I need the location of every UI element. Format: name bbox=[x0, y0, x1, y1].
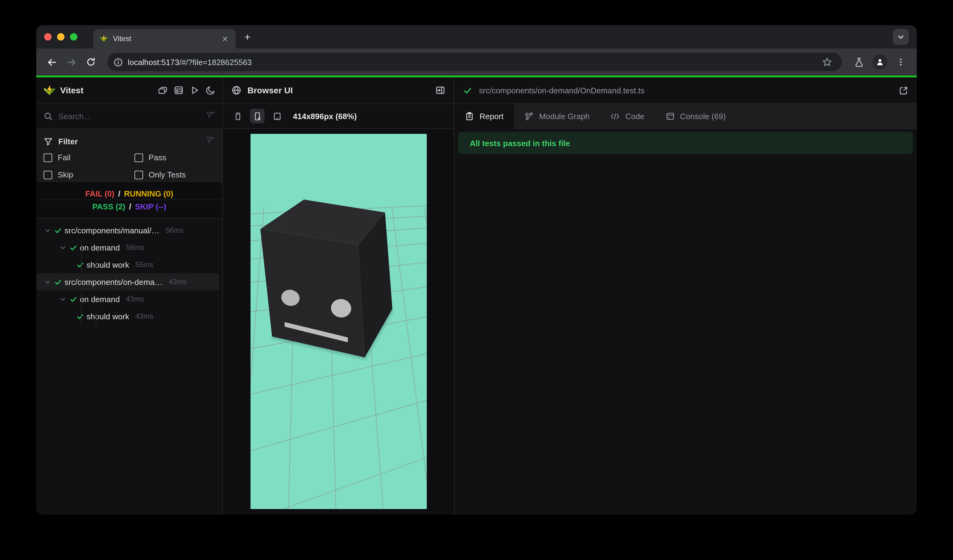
browser-ui-header: Browser UI bbox=[223, 78, 454, 104]
zoom-window-button[interactable] bbox=[70, 33, 78, 40]
back-arrow-icon bbox=[47, 57, 57, 67]
running-count: RUNNING (0) bbox=[124, 189, 173, 198]
tree-row-file-selected[interactable]: src/components/on-dema… 43ms bbox=[36, 273, 219, 290]
open-external-button[interactable] bbox=[899, 86, 908, 95]
tree-row-test[interactable]: should work 43ms bbox=[36, 308, 219, 325]
filter-fail-checkbox[interactable]: Fail bbox=[43, 151, 135, 164]
report-tabs: Report Module Graph Code Console (69) bbox=[455, 104, 917, 129]
indent-guide bbox=[81, 241, 82, 273]
test-duration: 56ms bbox=[166, 226, 183, 234]
threejs-scene bbox=[250, 134, 427, 509]
vitest-ui: Vitest Search... Filter bbox=[36, 78, 917, 515]
dock-panel-button[interactable] bbox=[435, 85, 445, 95]
info-icon[interactable] bbox=[113, 57, 123, 67]
robot-cube bbox=[260, 200, 392, 357]
module-graph-icon bbox=[525, 112, 534, 121]
tab-label: Report bbox=[480, 112, 503, 121]
filter-skip-checkbox[interactable]: Skip bbox=[43, 168, 135, 181]
browser-menu-button[interactable] bbox=[892, 53, 910, 71]
screen: Vitest ✕ + localhost:5173/#/?file=182862… bbox=[0, 0, 953, 560]
new-tab-button[interactable]: + bbox=[244, 31, 250, 43]
banner-text: All tests passed in this file bbox=[470, 138, 570, 148]
filter-only-tests-label: Only Tests bbox=[149, 170, 186, 179]
forward-arrow-icon bbox=[66, 57, 76, 67]
test-viewport[interactable] bbox=[250, 134, 427, 509]
preset-small-button[interactable] bbox=[230, 109, 245, 123]
dashboard-button[interactable] bbox=[174, 85, 183, 95]
filter-pass-label: Pass bbox=[149, 153, 166, 162]
pass-check-icon bbox=[69, 295, 78, 303]
filter-skip-label: Skip bbox=[58, 170, 73, 179]
minimize-window-button[interactable] bbox=[57, 33, 64, 40]
checkbox[interactable] bbox=[135, 153, 143, 162]
vitest-logo bbox=[43, 84, 56, 97]
tree-row-suite[interactable]: on demand 56ms bbox=[36, 239, 219, 256]
test-duration: 55ms bbox=[135, 261, 154, 269]
checkbox[interactable] bbox=[43, 153, 52, 162]
tab-close-button[interactable]: ✕ bbox=[220, 34, 230, 43]
pass-count: PASS (2) bbox=[92, 202, 125, 211]
test-label: on demand bbox=[80, 243, 120, 252]
pass-check-icon bbox=[76, 312, 85, 320]
filter-pass-checkbox[interactable]: Pass bbox=[135, 151, 215, 164]
clear-filter-button[interactable] bbox=[206, 136, 215, 147]
chevron-down-icon[interactable] bbox=[43, 226, 52, 234]
chevron-down-icon[interactable] bbox=[59, 244, 68, 251]
test-summary: FAIL (0) / RUNNING (0) PASS (2) / SKIP (… bbox=[36, 182, 222, 219]
sidebar-header: Vitest bbox=[36, 78, 222, 104]
profile-button[interactable] bbox=[871, 53, 889, 71]
tab-console[interactable]: Console (69) bbox=[655, 104, 736, 128]
play-icon bbox=[190, 85, 200, 95]
filter-only-tests-checkbox[interactable]: Only Tests bbox=[135, 168, 215, 181]
test-label: src/components/manual/… bbox=[64, 226, 159, 235]
clipboard-icon bbox=[465, 112, 474, 121]
tab-title: Vitest bbox=[113, 34, 220, 43]
viewport-size-label: 414x896px (68%) bbox=[293, 112, 357, 121]
panel-right-icon bbox=[435, 85, 445, 95]
chevron-down-icon[interactable] bbox=[59, 295, 68, 303]
tree-row-suite[interactable]: on demand 43ms bbox=[36, 290, 219, 308]
window-stack-icon bbox=[158, 85, 168, 95]
tab-label: Console (69) bbox=[680, 112, 726, 121]
chevron-down-icon[interactable] bbox=[43, 278, 52, 286]
tab-code[interactable]: Code bbox=[600, 104, 655, 128]
tab-search-button[interactable] bbox=[893, 29, 909, 45]
tab-report[interactable]: Report bbox=[455, 104, 514, 129]
pass-check-icon bbox=[54, 278, 63, 286]
browser-tab[interactable]: Vitest ✕ bbox=[93, 29, 236, 48]
search-input[interactable]: Search... bbox=[58, 112, 200, 121]
bookmark-button[interactable] bbox=[818, 53, 836, 71]
run-all-button[interactable] bbox=[190, 85, 200, 95]
collapse-panels-button[interactable] bbox=[158, 85, 168, 95]
checkbox[interactable] bbox=[43, 171, 52, 179]
star-icon bbox=[822, 57, 832, 67]
back-button[interactable] bbox=[43, 54, 60, 70]
report-content: All tests passed in this file bbox=[455, 129, 917, 515]
search-bar[interactable]: Search... bbox=[36, 104, 222, 129]
test-duration: 43ms bbox=[135, 312, 154, 321]
preset-phone-button[interactable] bbox=[250, 109, 265, 123]
pass-check-icon bbox=[76, 261, 85, 268]
tree-row-test[interactable]: should work 55ms bbox=[36, 256, 219, 273]
indent-guide bbox=[96, 311, 96, 326]
dark-mode-toggle[interactable] bbox=[206, 85, 216, 95]
tablet-icon bbox=[272, 112, 281, 121]
close-window-button[interactable] bbox=[44, 33, 51, 40]
checkbox[interactable] bbox=[135, 171, 143, 179]
preset-tablet-button[interactable] bbox=[270, 109, 284, 123]
indent-guide bbox=[96, 259, 96, 273]
tab-module-graph[interactable]: Module Graph bbox=[514, 104, 600, 128]
file-header: src/components/on-demand/OnDemand.test.t… bbox=[455, 78, 917, 104]
reload-button[interactable] bbox=[83, 54, 99, 70]
address-bar[interactable]: localhost:5173/#/?file=1828625563 bbox=[107, 53, 842, 71]
sidebar: Vitest Search... Filter bbox=[36, 78, 223, 515]
external-link-icon bbox=[899, 86, 908, 95]
browser-ui-panel: Browser UI 414x896px (68%) bbox=[223, 78, 455, 515]
clear-search-button[interactable] bbox=[206, 110, 215, 122]
experiments-button[interactable] bbox=[851, 53, 868, 71]
tree-row-file[interactable]: src/components/manual/… 56ms bbox=[36, 222, 219, 239]
forward-button[interactable] bbox=[63, 54, 79, 70]
url-host: localhost:5173 bbox=[128, 57, 179, 67]
summary-row-fail-running: FAIL (0) / RUNNING (0) bbox=[36, 187, 222, 200]
phone-small-icon bbox=[233, 112, 242, 121]
